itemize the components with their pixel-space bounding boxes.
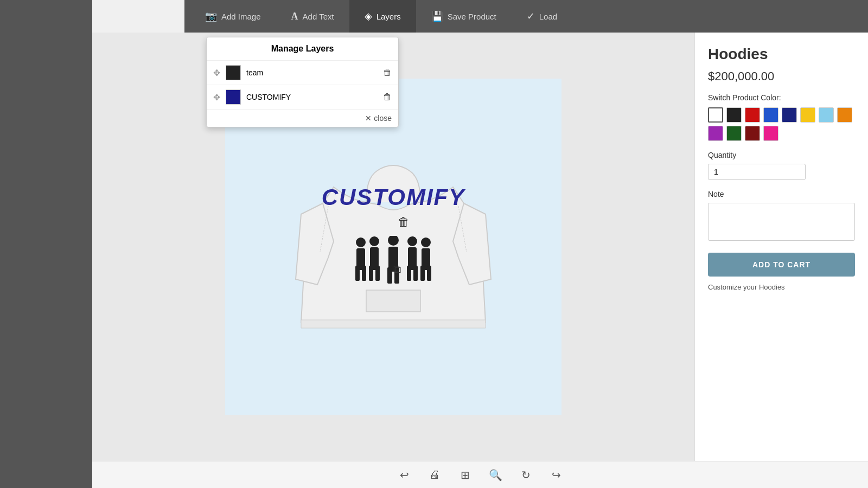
layers-modal-title: Manage Layers xyxy=(207,37,398,61)
quantity-section: Quantity xyxy=(708,151,855,180)
canvas-delete-icon[interactable]: 🗑 xyxy=(398,215,410,229)
svg-rect-7 xyxy=(375,266,380,281)
load-icon: ✓ xyxy=(527,10,535,22)
layers-label: Layers xyxy=(376,12,401,21)
load-button[interactable]: ✓ Load xyxy=(512,0,572,33)
layers-modal: Manage Layers ✥ team 🗑 ✥ CUSTOMIFY 🗑 ✕ c… xyxy=(206,37,399,127)
color-swatch-white[interactable] xyxy=(708,107,723,123)
layer-color-2 xyxy=(226,89,241,105)
print-button[interactable]: 🖨 xyxy=(425,465,444,485)
save-icon: 💾 xyxy=(431,10,443,22)
customify-text-overlay: CUSTOMIFY xyxy=(322,184,465,210)
add-image-button[interactable]: 📷 Add Image xyxy=(190,0,276,33)
layer-name-1: team xyxy=(246,68,378,77)
switch-color-label: Switch Product Color: xyxy=(708,93,855,102)
color-swatch-purple[interactable] xyxy=(708,126,723,141)
svg-rect-19 xyxy=(427,266,431,281)
svg-rect-14 xyxy=(407,266,411,281)
svg-point-12 xyxy=(407,236,417,246)
bottom-toolbar: ↩ 🖨 ⊞ 🔍 ↻ ↪ xyxy=(92,461,868,488)
layer-color-1 xyxy=(226,65,241,80)
svg-rect-2 xyxy=(355,266,360,281)
canvas-inner: CUSTOMIFY xyxy=(225,79,561,415)
save-product-label: Save Product xyxy=(448,12,496,21)
save-product-button[interactable]: 💾 Save Product xyxy=(416,0,512,33)
grid-button[interactable]: ⊞ xyxy=(455,465,475,485)
layer-delete-button-1[interactable]: 🗑 xyxy=(383,68,392,78)
color-swatch-orange[interactable] xyxy=(837,107,852,123)
color-swatch-black[interactable] xyxy=(726,107,742,123)
svg-point-8 xyxy=(388,236,399,246)
refresh-button[interactable]: ↻ xyxy=(516,465,535,485)
add-text-button[interactable]: A Add Text xyxy=(276,0,349,33)
right-panel: Hoodies $200,000.00 Switch Product Color… xyxy=(694,33,868,461)
hoodie-container: CUSTOMIFY xyxy=(225,79,561,415)
drag-handle-2[interactable]: ✥ xyxy=(213,92,220,102)
undo-button[interactable]: ↩ xyxy=(394,465,414,485)
layer-name-2: CUSTOMIFY xyxy=(246,93,378,101)
color-swatch-red[interactable] xyxy=(745,107,760,123)
color-swatch-pink[interactable] xyxy=(763,126,778,141)
svg-rect-18 xyxy=(420,266,425,281)
customize-link[interactable]: Customize your Hoodies xyxy=(708,283,855,291)
add-image-label: Add Image xyxy=(221,12,261,21)
add-to-cart-button[interactable]: ADD TO CART xyxy=(708,253,855,277)
layer-delete-button-2[interactable]: 🗑 xyxy=(383,92,392,102)
svg-rect-15 xyxy=(413,266,418,281)
canvas-area: CUSTOMIFY xyxy=(92,33,694,461)
layer-row: ✥ team 🗑 xyxy=(207,61,398,85)
zoom-button[interactable]: 🔍 xyxy=(486,465,505,485)
svg-point-16 xyxy=(421,237,431,247)
svg-point-4 xyxy=(369,236,379,246)
color-swatch-yellow[interactable] xyxy=(800,107,815,123)
note-section: Note xyxy=(708,190,855,243)
add-text-icon: A xyxy=(291,11,298,22)
left-sidebar xyxy=(0,0,92,488)
quantity-input[interactable] xyxy=(708,164,806,180)
close-label: close xyxy=(374,114,392,123)
svg-rect-10 xyxy=(387,267,392,284)
redo-button[interactable]: ↪ xyxy=(546,465,566,485)
layer-row: ✥ CUSTOMIFY 🗑 xyxy=(207,85,398,110)
color-swatch-blue[interactable] xyxy=(763,107,778,123)
product-title: Hoodies xyxy=(708,46,855,63)
quantity-label: Quantity xyxy=(708,151,855,159)
close-x-icon: ✕ xyxy=(365,114,372,123)
note-textarea[interactable] xyxy=(708,203,855,241)
color-swatches xyxy=(708,107,855,141)
svg-rect-3 xyxy=(362,266,366,281)
layers-modal-footer: ✕ close xyxy=(207,110,398,127)
color-swatch-darkred[interactable] xyxy=(745,126,760,141)
color-swatch-navy[interactable] xyxy=(782,107,797,123)
layers-icon: ◈ xyxy=(365,10,372,22)
note-label: Note xyxy=(708,190,855,198)
close-button[interactable]: ✕ close xyxy=(365,114,392,123)
svg-rect-6 xyxy=(369,266,373,281)
add-text-label: Add Text xyxy=(303,12,334,21)
main-layout: CUSTOMIFY xyxy=(92,33,868,461)
svg-point-0 xyxy=(356,237,366,247)
load-label: Load xyxy=(539,12,557,21)
drag-handle-1[interactable]: ✥ xyxy=(213,68,220,78)
canvas-copy-icon[interactable]: ⧉ xyxy=(393,263,401,275)
color-swatch-lightblue[interactable] xyxy=(819,107,834,123)
add-image-icon: 📷 xyxy=(205,10,217,22)
product-price: $200,000.00 xyxy=(708,69,855,84)
color-swatch-darkgreen[interactable] xyxy=(726,126,742,141)
top-toolbar: 📷 Add Image A Add Text ◈ Layers 💾 Save P… xyxy=(184,0,868,33)
layers-button[interactable]: ◈ Layers xyxy=(349,0,416,33)
